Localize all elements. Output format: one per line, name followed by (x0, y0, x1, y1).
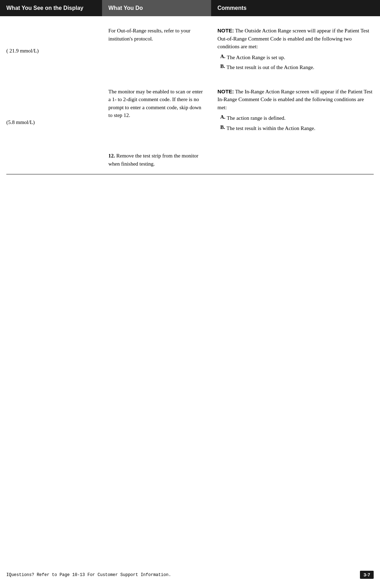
section1-comments: NOTE: The Outside Action Range screen wi… (211, 27, 380, 74)
section1-item-a: A. The Action Range is set up. (217, 54, 374, 62)
section1-display-value: ( 21.9 mmol/L) (6, 48, 39, 54)
footer-page: 3-7 (360, 571, 374, 579)
section3-do-text: 12. Remove the test strip from the monit… (108, 152, 205, 168)
header-col2-label: What You Do (108, 5, 143, 11)
section1-item-a-label: A. (220, 54, 226, 62)
section1-item-b-label: B. (220, 63, 225, 72)
header-table: What You See on the Display What You Do … (0, 0, 380, 16)
header-col1: What You See on the Display (0, 0, 102, 16)
footer-text: IQuestions? Refer to Page 10-13 For Cust… (6, 572, 171, 577)
section1-what-you-do: For Out-of-Range results, refer to your … (102, 27, 211, 45)
section3-what-you-do: 12. Remove the test strip from the monit… (102, 152, 211, 171)
section1-item-b-text: The test result is out of the Action Ran… (227, 63, 315, 72)
section2-display: (5.8 mmol/L) (0, 88, 102, 125)
section2-item-a-label: A. (220, 114, 226, 122)
section2-item-b-text: The test result is within the Action Ran… (227, 124, 315, 132)
section1-note-label: NOTE: (217, 27, 234, 33)
section3-step-number: 12. (108, 153, 115, 159)
header-col3-label: Comments (217, 5, 247, 11)
section2: (5.8 mmol/L) The monitor may be enabled … (0, 77, 380, 138)
section2-display-value: (5.8 mmol/L) (6, 119, 35, 125)
footer-line (6, 174, 374, 174)
section1-display: ( 21.9 mmol/L) (0, 27, 102, 54)
footer: IQuestions? Refer to Page 10-13 For Cust… (0, 569, 380, 581)
section2-note-block: NOTE: The In-Range Action Range screen w… (217, 88, 374, 112)
section1-do-text: For Out-of-Range results, refer to your … (108, 27, 205, 43)
section1-note-text: The Outside Action Range screen will app… (217, 28, 369, 49)
section1-item-a-text: The Action Range is set up. (227, 54, 285, 62)
section2-note-text: The In-Range Action Range screen will ap… (217, 89, 372, 110)
section3-display (0, 152, 102, 171)
header-col1-label: What You See on the Display (6, 5, 83, 11)
section2-do-text: The monitor may be enabled to scan or en… (108, 88, 205, 119)
section1: ( 21.9 mmol/L) For Out-of-Range results,… (0, 16, 380, 77)
section2-note-label: NOTE: (217, 88, 234, 94)
section2-item-b-label: B. (220, 124, 225, 132)
header-col2: What You Do (102, 0, 211, 16)
section2-item-a: A. The action range is defined. (217, 114, 374, 122)
section2-comments: NOTE: The In-Range Action Range screen w… (211, 88, 380, 135)
header-col3: Comments (211, 0, 380, 16)
section2-item-a-text: The action range is defined. (227, 114, 286, 122)
section2-item-b: B. The test result is within the Action … (217, 124, 374, 132)
section3: 12. Remove the test strip from the monit… (0, 138, 380, 174)
section3-comments (211, 152, 380, 171)
section1-item-b: B. The test result is out of the Action … (217, 63, 374, 72)
page-container: What You See on the Display What You Do … (0, 0, 380, 588)
section1-note-block: NOTE: The Outside Action Range screen wi… (217, 27, 374, 51)
section2-what-you-do: The monitor may be enabled to scan or en… (102, 88, 211, 122)
